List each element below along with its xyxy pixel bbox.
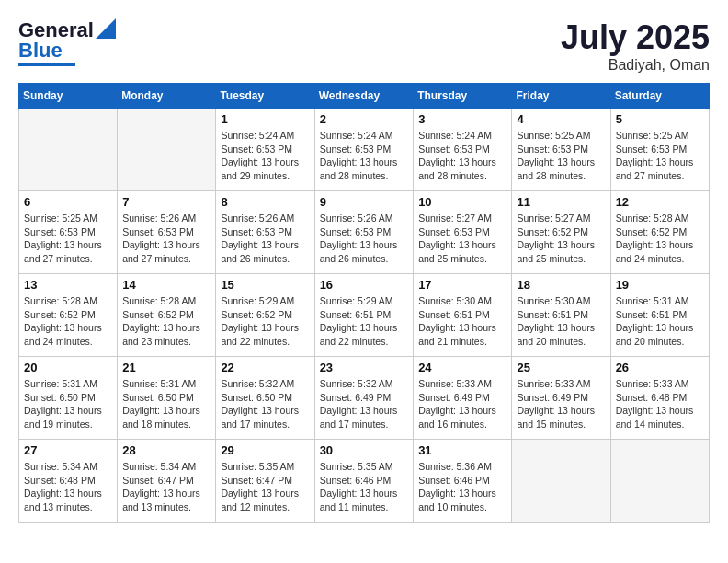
page-header: General Blue July 2025 Badiyah, Oman <box>18 18 710 74</box>
calendar-cell: 25Sunrise: 5:33 AM Sunset: 6:49 PM Dayli… <box>512 357 610 440</box>
day-info: Sunrise: 5:33 AM Sunset: 6:48 PM Dayligh… <box>616 377 704 431</box>
day-number: 30 <box>320 443 409 457</box>
calendar-cell: 6Sunrise: 5:25 AM Sunset: 6:53 PM Daylig… <box>19 191 118 274</box>
day-info: Sunrise: 5:35 AM Sunset: 6:46 PM Dayligh… <box>320 460 409 514</box>
logo-blue-text: Blue <box>18 39 63 63</box>
day-info: Sunrise: 5:33 AM Sunset: 6:49 PM Dayligh… <box>517 377 605 431</box>
day-number: 27 <box>24 443 112 457</box>
calendar-cell <box>610 440 709 523</box>
day-number: 5 <box>616 112 704 126</box>
day-number: 25 <box>517 361 605 374</box>
title-block: July 2025 Badiyah, Oman <box>561 18 710 74</box>
day-info: Sunrise: 5:24 AM Sunset: 6:53 PM Dayligh… <box>320 129 409 183</box>
day-number: 9 <box>320 195 409 209</box>
calendar-cell: 12Sunrise: 5:28 AM Sunset: 6:52 PM Dayli… <box>610 191 709 274</box>
day-info: Sunrise: 5:34 AM Sunset: 6:47 PM Dayligh… <box>122 460 210 514</box>
day-number: 24 <box>418 361 506 374</box>
calendar-cell: 15Sunrise: 5:29 AM Sunset: 6:52 PM Dayli… <box>216 274 314 357</box>
calendar-cell: 20Sunrise: 5:31 AM Sunset: 6:50 PM Dayli… <box>19 357 118 440</box>
logo-icon <box>96 18 116 39</box>
calendar-cell: 31Sunrise: 5:36 AM Sunset: 6:46 PM Dayli… <box>414 440 512 523</box>
calendar-cell: 10Sunrise: 5:27 AM Sunset: 6:53 PM Dayli… <box>414 191 512 274</box>
day-info: Sunrise: 5:28 AM Sunset: 6:52 PM Dayligh… <box>122 294 210 349</box>
day-number: 4 <box>517 112 605 126</box>
calendar-cell: 26Sunrise: 5:33 AM Sunset: 6:48 PM Dayli… <box>610 357 709 440</box>
day-info: Sunrise: 5:25 AM Sunset: 6:53 PM Dayligh… <box>24 212 112 266</box>
day-info: Sunrise: 5:36 AM Sunset: 6:46 PM Dayligh… <box>418 460 506 514</box>
day-info: Sunrise: 5:34 AM Sunset: 6:48 PM Dayligh… <box>24 460 112 514</box>
day-info: Sunrise: 5:31 AM Sunset: 6:50 PM Dayligh… <box>122 377 210 431</box>
day-number: 11 <box>517 195 605 209</box>
svg-marker-0 <box>96 18 116 39</box>
calendar-cell: 28Sunrise: 5:34 AM Sunset: 6:47 PM Dayli… <box>118 440 216 523</box>
calendar-cell <box>118 109 216 191</box>
weekday-header: Thursday <box>414 84 512 109</box>
calendar-cell: 9Sunrise: 5:26 AM Sunset: 6:53 PM Daylig… <box>314 191 414 274</box>
calendar-week-row: 20Sunrise: 5:31 AM Sunset: 6:50 PM Dayli… <box>19 357 710 440</box>
calendar-cell: 24Sunrise: 5:33 AM Sunset: 6:49 PM Dayli… <box>414 357 512 440</box>
calendar-cell: 19Sunrise: 5:31 AM Sunset: 6:51 PM Dayli… <box>610 274 709 357</box>
calendar-week-row: 27Sunrise: 5:34 AM Sunset: 6:48 PM Dayli… <box>19 440 710 523</box>
day-number: 21 <box>122 361 210 374</box>
day-info: Sunrise: 5:24 AM Sunset: 6:53 PM Dayligh… <box>221 129 309 183</box>
day-info: Sunrise: 5:28 AM Sunset: 6:52 PM Dayligh… <box>616 212 704 266</box>
calendar-cell <box>512 440 610 523</box>
calendar-cell: 4Sunrise: 5:25 AM Sunset: 6:53 PM Daylig… <box>512 109 610 191</box>
calendar-cell: 3Sunrise: 5:24 AM Sunset: 6:53 PM Daylig… <box>414 109 512 191</box>
day-info: Sunrise: 5:26 AM Sunset: 6:53 PM Dayligh… <box>221 212 309 266</box>
day-info: Sunrise: 5:26 AM Sunset: 6:53 PM Dayligh… <box>320 212 409 266</box>
calendar-table: SundayMondayTuesdayWednesdayThursdayFrid… <box>18 83 710 523</box>
day-info: Sunrise: 5:27 AM Sunset: 6:53 PM Dayligh… <box>418 212 506 266</box>
day-info: Sunrise: 5:25 AM Sunset: 6:53 PM Dayligh… <box>517 129 605 183</box>
day-number: 18 <box>517 278 605 292</box>
calendar-cell: 21Sunrise: 5:31 AM Sunset: 6:50 PM Dayli… <box>118 357 216 440</box>
day-info: Sunrise: 5:31 AM Sunset: 6:51 PM Dayligh… <box>616 294 704 349</box>
calendar-cell: 16Sunrise: 5:29 AM Sunset: 6:51 PM Dayli… <box>314 274 414 357</box>
calendar-cell: 7Sunrise: 5:26 AM Sunset: 6:53 PM Daylig… <box>118 191 216 274</box>
calendar-cell: 2Sunrise: 5:24 AM Sunset: 6:53 PM Daylig… <box>314 109 414 191</box>
calendar-cell: 1Sunrise: 5:24 AM Sunset: 6:53 PM Daylig… <box>216 109 314 191</box>
day-number: 15 <box>221 278 309 292</box>
day-number: 6 <box>24 195 112 209</box>
calendar-week-row: 13Sunrise: 5:28 AM Sunset: 6:52 PM Dayli… <box>19 274 710 357</box>
calendar-header-row: SundayMondayTuesdayWednesdayThursdayFrid… <box>19 84 710 109</box>
day-info: Sunrise: 5:25 AM Sunset: 6:53 PM Dayligh… <box>616 129 704 183</box>
location: Badiyah, Oman <box>561 57 710 74</box>
day-info: Sunrise: 5:26 AM Sunset: 6:53 PM Dayligh… <box>122 212 210 266</box>
day-number: 12 <box>616 195 704 209</box>
day-info: Sunrise: 5:31 AM Sunset: 6:50 PM Dayligh… <box>24 377 112 431</box>
day-number: 23 <box>320 361 409 374</box>
calendar-cell: 11Sunrise: 5:27 AM Sunset: 6:52 PM Dayli… <box>512 191 610 274</box>
calendar-cell: 8Sunrise: 5:26 AM Sunset: 6:53 PM Daylig… <box>216 191 314 274</box>
day-info: Sunrise: 5:24 AM Sunset: 6:53 PM Dayligh… <box>418 129 506 183</box>
calendar-cell: 27Sunrise: 5:34 AM Sunset: 6:48 PM Dayli… <box>19 440 118 523</box>
calendar-cell: 13Sunrise: 5:28 AM Sunset: 6:52 PM Dayli… <box>19 274 118 357</box>
day-info: Sunrise: 5:32 AM Sunset: 6:50 PM Dayligh… <box>221 377 309 431</box>
day-info: Sunrise: 5:29 AM Sunset: 6:51 PM Dayligh… <box>320 294 409 349</box>
day-number: 2 <box>320 112 409 126</box>
day-info: Sunrise: 5:29 AM Sunset: 6:52 PM Dayligh… <box>221 294 309 349</box>
day-number: 20 <box>24 361 112 374</box>
day-info: Sunrise: 5:32 AM Sunset: 6:49 PM Dayligh… <box>320 377 409 431</box>
weekday-header: Wednesday <box>314 84 414 109</box>
calendar-cell: 18Sunrise: 5:30 AM Sunset: 6:51 PM Dayli… <box>512 274 610 357</box>
day-number: 13 <box>24 278 112 292</box>
month-title: July 2025 <box>561 18 710 57</box>
day-number: 14 <box>122 278 210 292</box>
logo: General Blue <box>18 18 116 66</box>
day-number: 17 <box>418 278 506 292</box>
day-number: 16 <box>320 278 409 292</box>
day-number: 10 <box>418 195 506 209</box>
calendar-cell: 29Sunrise: 5:35 AM Sunset: 6:47 PM Dayli… <box>216 440 314 523</box>
calendar-cell: 23Sunrise: 5:32 AM Sunset: 6:49 PM Dayli… <box>314 357 414 440</box>
weekday-header: Monday <box>118 84 216 109</box>
day-number: 8 <box>221 195 309 209</box>
day-number: 3 <box>418 112 506 126</box>
day-info: Sunrise: 5:35 AM Sunset: 6:47 PM Dayligh… <box>221 460 309 514</box>
calendar-cell: 22Sunrise: 5:32 AM Sunset: 6:50 PM Dayli… <box>216 357 314 440</box>
day-info: Sunrise: 5:30 AM Sunset: 6:51 PM Dayligh… <box>517 294 605 349</box>
calendar-cell: 17Sunrise: 5:30 AM Sunset: 6:51 PM Dayli… <box>414 274 512 357</box>
weekday-header: Saturday <box>610 84 709 109</box>
weekday-header: Tuesday <box>216 84 314 109</box>
day-number: 22 <box>221 361 309 374</box>
